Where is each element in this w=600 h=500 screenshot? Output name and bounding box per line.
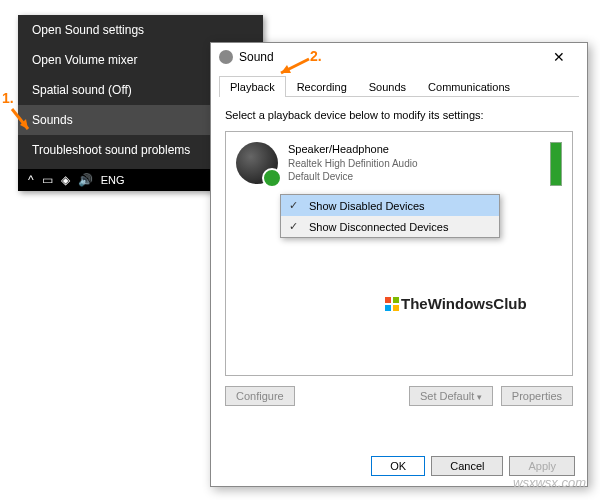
watermark-wsxwsx: wsxwsx.com bbox=[513, 475, 586, 490]
instruction-text: Select a playback device below to modify… bbox=[225, 109, 573, 121]
arrow-icon bbox=[273, 55, 313, 79]
tab-sounds[interactable]: Sounds bbox=[358, 76, 417, 97]
battery-icon: ▭ bbox=[42, 173, 53, 187]
sound-icon bbox=[219, 50, 233, 64]
tab-communications[interactable]: Communications bbox=[417, 76, 521, 97]
tab-playback[interactable]: Playback bbox=[219, 76, 286, 97]
apply-button[interactable]: Apply bbox=[509, 456, 575, 476]
power-icon: ^ bbox=[28, 173, 34, 187]
volume-meter bbox=[550, 142, 562, 186]
device-name: Speaker/Headphone bbox=[288, 142, 540, 157]
arrow-icon bbox=[8, 105, 36, 135]
check-icon: ✓ bbox=[289, 199, 301, 212]
ok-button[interactable]: OK bbox=[371, 456, 425, 476]
wifi-icon: ◈ bbox=[61, 173, 70, 187]
properties-button[interactable]: Properties bbox=[501, 386, 573, 406]
device-item[interactable]: Speaker/Headphone Realtek High Definitio… bbox=[232, 138, 566, 190]
device-status: Default Device bbox=[288, 170, 540, 184]
device-context-popup: ✓ Show Disabled Devices ✓ Show Disconnec… bbox=[280, 194, 500, 238]
watermark-thewindowsclub: TheWindowsClub bbox=[385, 295, 527, 312]
language-indicator[interactable]: ENG bbox=[101, 174, 125, 186]
titlebar: Sound ✕ bbox=[211, 43, 587, 71]
sound-dialog: Sound ✕ Playback Recording Sounds Commun… bbox=[210, 42, 588, 487]
device-list[interactable]: Speaker/Headphone Realtek High Definitio… bbox=[225, 131, 573, 376]
cancel-button[interactable]: Cancel bbox=[431, 456, 503, 476]
ctx-open-sound-settings[interactable]: Open Sound settings bbox=[18, 15, 263, 45]
annotation-step-1: 1. bbox=[2, 90, 14, 106]
check-icon: ✓ bbox=[289, 220, 301, 233]
speaker-icon bbox=[236, 142, 278, 184]
popup-item-label: Show Disconnected Devices bbox=[309, 221, 448, 233]
popup-show-disconnected[interactable]: ✓ Show Disconnected Devices bbox=[281, 216, 499, 237]
windows-logo-icon bbox=[385, 297, 399, 311]
configure-button[interactable]: Configure bbox=[225, 386, 295, 406]
popup-item-label: Show Disabled Devices bbox=[309, 200, 425, 212]
set-default-button[interactable]: Set Default bbox=[409, 386, 493, 406]
device-driver: Realtek High Definition Audio bbox=[288, 157, 540, 171]
volume-icon[interactable]: 🔊 bbox=[78, 173, 93, 187]
close-button[interactable]: ✕ bbox=[539, 49, 579, 65]
popup-show-disabled[interactable]: ✓ Show Disabled Devices bbox=[281, 195, 499, 216]
tab-recording[interactable]: Recording bbox=[286, 76, 358, 97]
